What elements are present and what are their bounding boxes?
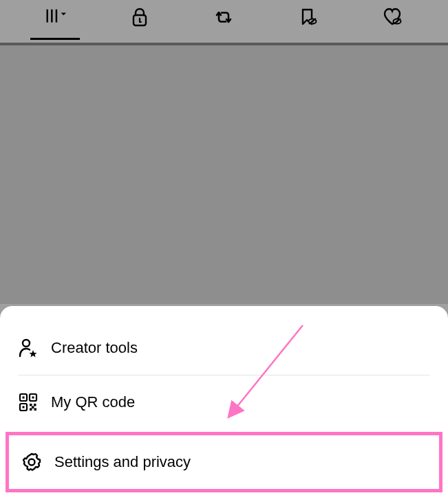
menu-creator-tools[interactable]: Creator tools: [0, 323, 448, 373]
svg-point-11: [23, 340, 30, 347]
annotation-highlight: Settings and privacy: [6, 432, 442, 492]
svg-rect-17: [23, 406, 25, 408]
svg-rect-19: [34, 404, 36, 406]
repost-icon: [212, 7, 235, 30]
svg-rect-22: [34, 408, 37, 411]
lock-icon: [128, 7, 151, 30]
tab-grid[interactable]: [39, 7, 73, 30]
gear-icon: [21, 452, 42, 472]
svg-rect-20: [32, 406, 34, 409]
content-placeholder: [0, 43, 448, 304]
menu-creator-tools-label: Creator tools: [51, 339, 138, 357]
menu-qr-code[interactable]: My QR code: [0, 377, 448, 428]
svg-point-23: [29, 459, 35, 466]
profile-tabs: [0, 0, 448, 43]
svg-rect-18: [30, 404, 32, 406]
tab-liked[interactable]: [375, 7, 409, 30]
tab-saved[interactable]: [291, 7, 326, 30]
svg-rect-15: [32, 397, 34, 399]
options-bottom-sheet: Creator tools My QR code: [0, 306, 448, 502]
svg-rect-21: [30, 408, 32, 411]
qr-icon: [18, 392, 39, 413]
bookmark-hidden-icon: [297, 7, 320, 30]
menu-settings-privacy-label: Settings and privacy: [54, 453, 191, 471]
tab-reposts[interactable]: [206, 7, 241, 30]
tab-locked[interactable]: [122, 7, 157, 30]
heart-hidden-icon: [381, 7, 404, 30]
svg-rect-13: [23, 397, 25, 399]
creator-star-icon: [18, 338, 39, 358]
menu-divider: [18, 375, 430, 375]
menu-settings-privacy[interactable]: Settings and privacy: [9, 435, 439, 489]
menu-qr-code-label: My QR code: [51, 393, 135, 411]
grid-icon: [44, 7, 67, 30]
